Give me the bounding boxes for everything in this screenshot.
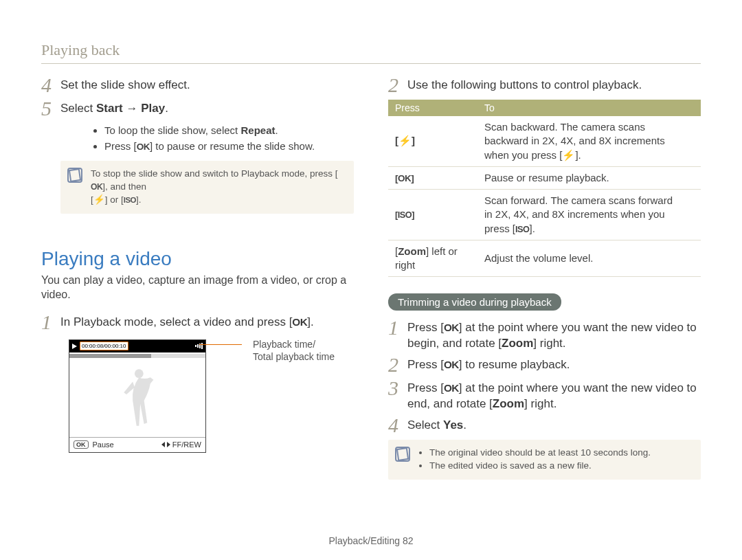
ok-icon: OK	[444, 381, 459, 396]
sub-bullets: To loop the slide show, select Repeat. P…	[77, 123, 354, 154]
ok-icon: OK	[137, 141, 150, 154]
step-number: 2	[388, 355, 407, 375]
note-callout: To stop the slide show and switch to Pla…	[60, 161, 354, 214]
step-text: Set the slide show effect.	[60, 76, 190, 93]
breadcrumb: Playing back	[41, 41, 701, 64]
iso-icon: ISO	[515, 223, 529, 235]
iso-icon: [ISO]	[395, 209, 414, 221]
list-item: To loop the slide show, select Repeat.	[104, 123, 354, 137]
step-number: 5	[41, 98, 60, 119]
step-text: Select Start → Play.	[60, 100, 168, 117]
dancer-silhouette-icon	[119, 365, 157, 430]
flash-icon: ⚡	[562, 148, 575, 162]
list-item: The original video should be at least 10…	[429, 447, 693, 460]
right-column: 2 Use the following buttons to control p…	[388, 76, 701, 484]
ok-icon: OK	[292, 315, 307, 330]
table-row: [ISO] Scan forward. The camera scans for…	[388, 190, 701, 240]
flash-icon: [⚡]	[395, 134, 415, 148]
section-heading: Playing a video	[41, 248, 354, 270]
list-item: Press [OK] to pause or resume the slide …	[104, 139, 354, 154]
ok-icon: [OK]	[395, 172, 414, 185]
ffrew-label: FF/REW	[172, 440, 201, 449]
left-column: 4 Set the slide show effect. 5 Select St…	[41, 76, 354, 484]
step-text: In Playback mode, select a video and pre…	[60, 313, 314, 331]
rew-arrow-icon	[161, 442, 165, 447]
subsection-pill: Trimming a video during playback	[388, 293, 561, 311]
ok-button-icon: OK	[74, 440, 89, 449]
iso-icon: ISO	[124, 194, 136, 205]
step-text: Press [OK] at the point where you want t…	[407, 319, 701, 352]
ff-arrow-icon	[167, 442, 170, 447]
step-number: 1	[388, 317, 407, 338]
list-item: The edited video is saved as a new file.	[429, 460, 693, 473]
step-text: Use the following buttons to control pla…	[407, 76, 642, 93]
table-header: Press	[388, 100, 477, 116]
svg-point-0	[134, 369, 143, 378]
step-number: 4	[388, 415, 407, 436]
step-text: Press [OK] at the point where you want t…	[407, 379, 701, 412]
timecode-badge: 00:00:08/00:00:10	[80, 341, 128, 350]
table-row: [⚡] Scan backward. The camera scans back…	[388, 116, 701, 166]
step-number: 4	[41, 75, 60, 96]
step-number: 1	[41, 312, 60, 333]
ok-icon: OK	[91, 181, 102, 193]
flash-icon: ⚡	[93, 194, 105, 207]
section-intro: You can play a video, capture an image f…	[41, 273, 354, 302]
note-callout: The original video should be at least 10…	[388, 440, 701, 480]
callout-label: Playback time/ Total playback time	[253, 338, 335, 363]
step-number: 3	[388, 378, 407, 399]
page-footer: Playback/Editing 82	[0, 535, 742, 546]
step-number: 2	[388, 75, 407, 96]
table-row: [OK] Pause or resume playback.	[388, 166, 701, 189]
callout-leader-line	[216, 339, 243, 349]
table-row: [Zoom] left or right Adjust the volume l…	[388, 240, 701, 277]
video-thumbnail: 00:00:08/00:00:10 OK Pause	[69, 339, 206, 453]
pause-label: Pause	[93, 440, 114, 449]
playback-controls-table: Press To [⚡] Scan backward. The camera s…	[388, 100, 701, 277]
ok-icon: OK	[444, 321, 459, 335]
step-text: Select Yes.	[407, 416, 466, 434]
play-icon	[72, 344, 77, 349]
note-icon	[67, 168, 82, 183]
table-header: To	[477, 100, 701, 116]
step-text: Press [OK] to resume playback.	[407, 356, 570, 373]
ok-icon: OK	[444, 358, 459, 372]
note-icon	[395, 447, 410, 462]
